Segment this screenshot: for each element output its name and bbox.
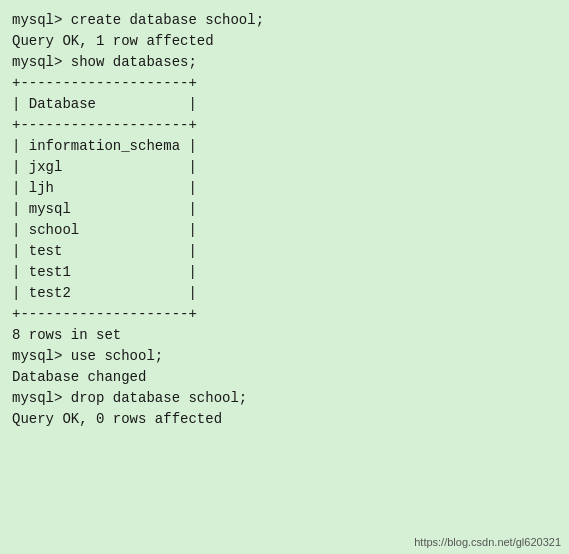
watermark: https://blog.csdn.net/gl620321: [414, 536, 561, 548]
terminal-line: | school |: [12, 220, 557, 241]
terminal-output: mysql> create database school;Query OK, …: [12, 10, 557, 430]
terminal-line: | test |: [12, 241, 557, 262]
terminal-line: | jxgl |: [12, 157, 557, 178]
terminal-line: mysql> drop database school;: [12, 388, 557, 409]
terminal-line: | Database |: [12, 94, 557, 115]
terminal-line: mysql> create database school;: [12, 10, 557, 31]
terminal-line: +--------------------+: [12, 73, 557, 94]
terminal-line: Query OK, 0 rows affected: [12, 409, 557, 430]
terminal-line: +--------------------+: [12, 304, 557, 325]
terminal-line: Database changed: [12, 367, 557, 388]
terminal-window: mysql> create database school;Query OK, …: [0, 0, 569, 554]
terminal-line: mysql> show databases;: [12, 52, 557, 73]
terminal-line: | mysql |: [12, 199, 557, 220]
terminal-line: | information_schema |: [12, 136, 557, 157]
terminal-line: Query OK, 1 row affected: [12, 31, 557, 52]
terminal-line: 8 rows in set: [12, 325, 557, 346]
terminal-line: mysql> use school;: [12, 346, 557, 367]
terminal-line: | ljh |: [12, 178, 557, 199]
terminal-line: | test1 |: [12, 262, 557, 283]
terminal-line: | test2 |: [12, 283, 557, 304]
terminal-line: +--------------------+: [12, 115, 557, 136]
